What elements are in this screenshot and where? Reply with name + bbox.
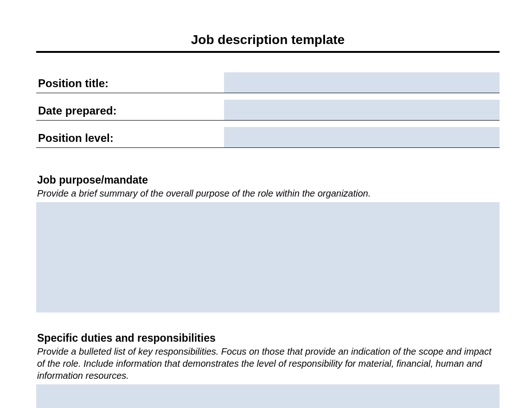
position-level-label: Position level: (36, 132, 224, 147)
position-level-input[interactable] (224, 127, 500, 147)
fields-container: Position title: Date prepared: Position … (36, 72, 500, 148)
page-title: Job description template (36, 32, 500, 53)
field-row-date-prepared: Date prepared: (36, 100, 500, 121)
date-prepared-label: Date prepared: (36, 104, 224, 120)
position-title-input[interactable] (224, 72, 500, 93)
position-title-label: Position title: (36, 77, 224, 93)
purpose-desc: Provide a brief summary of the overall p… (36, 187, 500, 199)
duties-heading: Specific duties and responsibilities (36, 332, 500, 344)
field-row-position-title: Position title: (36, 72, 500, 93)
purpose-heading: Job purpose/mandate (36, 174, 500, 186)
purpose-section: Job purpose/mandate Provide a brief summ… (36, 174, 500, 312)
duties-desc: Provide a bulleted list of key responsib… (36, 345, 500, 382)
duties-input[interactable] (36, 384, 500, 408)
field-row-position-level: Position level: (36, 127, 500, 148)
duties-section: Specific duties and responsibilities Pro… (36, 332, 500, 408)
date-prepared-input[interactable] (224, 100, 500, 120)
purpose-input[interactable] (36, 202, 500, 312)
